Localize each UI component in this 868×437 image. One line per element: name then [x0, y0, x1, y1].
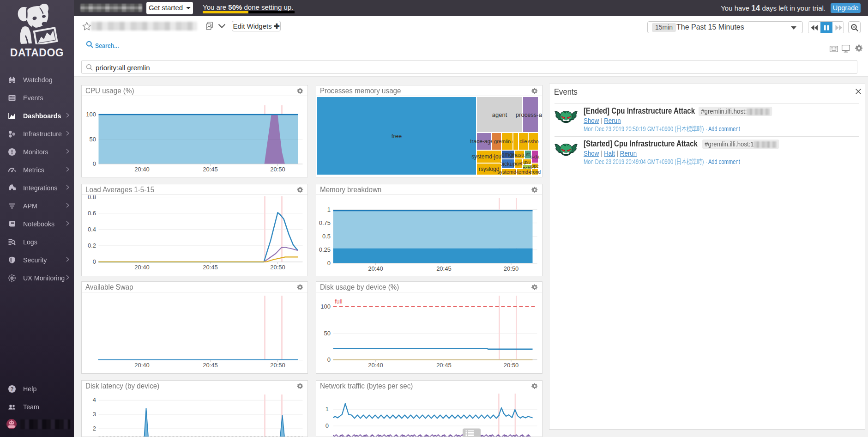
svg-text:20:40: 20:40: [368, 362, 383, 369]
svg-text:20:50: 20:50: [270, 362, 285, 369]
svg-text:20:45: 20:45: [203, 362, 218, 369]
svg-text:20:40: 20:40: [134, 264, 150, 271]
svg-text:0.2: 0.2: [88, 242, 96, 249]
svg-text:20:45: 20:45: [436, 265, 452, 272]
svg-text:0.8: 0.8: [88, 195, 96, 200]
svg-text:full: full: [335, 298, 343, 305]
svg-text:0.5: 0.5: [322, 233, 331, 240]
svg-text:50: 50: [324, 330, 331, 337]
svg-text:0: 0: [93, 258, 96, 265]
svg-text:20:50: 20:50: [270, 166, 285, 173]
svg-text:4: 4: [93, 396, 96, 403]
svg-text:1: 1: [327, 206, 331, 213]
svg-text:20:40: 20:40: [134, 362, 150, 369]
svg-text:0: 0: [327, 356, 331, 363]
svg-text:20:40: 20:40: [368, 265, 383, 272]
svg-text:0.6: 0.6: [88, 210, 96, 217]
svg-text:0: 0: [326, 422, 329, 429]
svg-text:20:50: 20:50: [504, 265, 519, 272]
svg-text:0: 0: [93, 160, 96, 167]
svg-text:50: 50: [90, 136, 96, 143]
svg-text:0.75: 0.75: [319, 219, 331, 226]
svg-text:20:50: 20:50: [504, 362, 519, 369]
svg-text:100: 100: [86, 111, 96, 118]
svg-text:20:40: 20:40: [134, 166, 150, 173]
svg-text:3: 3: [93, 411, 96, 418]
svg-text:20:50: 20:50: [270, 264, 285, 271]
svg-text:?: ?: [10, 386, 13, 392]
svg-text:100: 100: [320, 303, 331, 310]
svg-text:1: 1: [326, 406, 329, 413]
svg-text:20:45: 20:45: [436, 362, 452, 369]
svg-text:0.25: 0.25: [319, 246, 331, 253]
svg-text:20:45: 20:45: [203, 166, 218, 173]
svg-text:2: 2: [93, 425, 96, 432]
svg-text:0.4: 0.4: [88, 226, 96, 233]
svg-text:0: 0: [327, 260, 331, 267]
svg-text:20:45: 20:45: [203, 264, 218, 271]
